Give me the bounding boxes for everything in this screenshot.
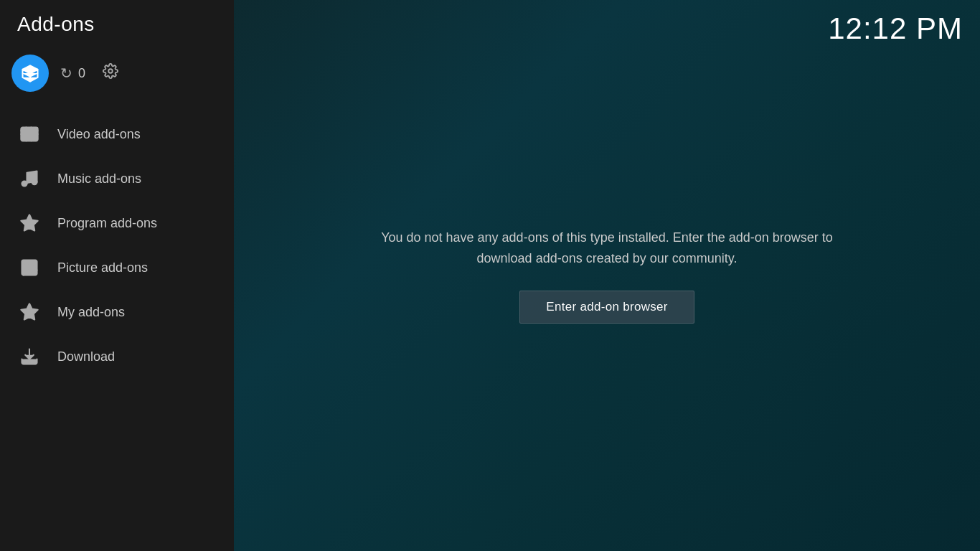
sidebar-item-my-addons[interactable]: My add-ons xyxy=(0,290,234,334)
sidebar-item-download[interactable]: Download xyxy=(0,334,234,379)
settings-button[interactable] xyxy=(103,63,118,83)
sidebar-item-label: Picture add-ons xyxy=(57,260,148,276)
svg-point-9 xyxy=(25,263,28,266)
addon-icon[interactable] xyxy=(11,55,49,92)
sidebar-item-music-addons[interactable]: Music add-ons xyxy=(0,156,234,201)
sidebar-nav: Video add-ons Music add-ons Program add-… xyxy=(0,106,234,551)
enter-addon-browser-button[interactable]: Enter add-on browser xyxy=(519,291,694,324)
gear-icon xyxy=(103,63,118,79)
box-icon xyxy=(20,63,40,83)
video-icon xyxy=(17,122,42,146)
picture-icon xyxy=(17,255,42,280)
refresh-button[interactable]: ↻ 0 xyxy=(60,65,85,82)
music-icon xyxy=(17,166,42,191)
sidebar-item-program-addons[interactable]: Program add-ons xyxy=(0,201,234,245)
sidebar-item-label: My add-ons xyxy=(57,305,125,320)
empty-message: You do not have any add-ons of this type… xyxy=(356,227,858,269)
sidebar-item-label: Music add-ons xyxy=(57,171,141,187)
svg-point-7 xyxy=(32,179,37,184)
main-content: 12:12 PM You do not have any add-ons of … xyxy=(234,0,980,551)
sidebar-header: Add-ons xyxy=(0,0,234,43)
svg-point-0 xyxy=(108,69,113,73)
sidebar-item-label: Program add-ons xyxy=(57,216,157,231)
main-center: You do not have any add-ons of this type… xyxy=(234,0,980,551)
sidebar-item-video-addons[interactable]: Video add-ons xyxy=(0,112,234,156)
refresh-count: 0 xyxy=(78,66,85,81)
sidebar: Add-ons ↻ 0 xyxy=(0,0,234,551)
sidebar-item-label: Video add-ons xyxy=(57,127,141,142)
page-title: Add-ons xyxy=(17,13,95,35)
sidebar-toolbar: ↻ 0 xyxy=(0,43,234,106)
time-display: 12:12 PM xyxy=(828,11,963,46)
refresh-icon: ↻ xyxy=(60,65,72,82)
sidebar-item-label: Download xyxy=(57,349,115,364)
svg-point-6 xyxy=(22,182,27,187)
sidebar-item-picture-addons[interactable]: Picture add-ons xyxy=(0,245,234,290)
download-icon xyxy=(17,344,42,369)
program-icon xyxy=(17,211,42,235)
my-addons-icon xyxy=(17,300,42,324)
